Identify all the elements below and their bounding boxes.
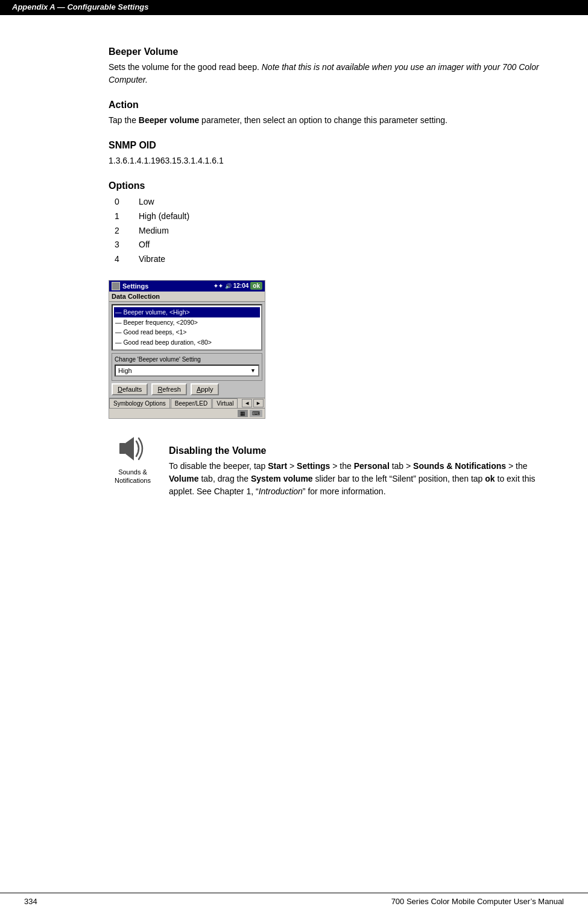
select-value: High — [118, 367, 132, 374]
tab-nav: ◄ ► — [242, 399, 264, 407]
action-prefix: Tap the — [109, 115, 139, 125]
screenshot-ok-btn[interactable]: ok — [250, 282, 262, 290]
screenshot: Settings ✦✦ 🔊 12:04 ok Data Collection —… — [109, 280, 265, 419]
change-setting-label: Change 'Beeper volume' Setting — [115, 356, 259, 363]
action-heading: Action — [109, 100, 552, 110]
screenshot-listarea: — Beeper volume, <High> — Beeper frequen… — [112, 304, 262, 351]
screenshot-title: Settings — [122, 282, 148, 290]
change-setting-group: Change 'Beeper volume' Setting High ▼ — [112, 353, 262, 381]
options-list: 0Low 1High (default) 2Medium 3Off 4Vibra… — [115, 195, 552, 267]
bold-sounds: Sounds & Notifications — [413, 461, 506, 471]
titlebar-left: Settings — [112, 282, 148, 290]
svg-marker-1 — [125, 437, 134, 461]
screenshot-taskbar: ▦ ⌨ — [109, 408, 265, 418]
titlebar-signal: ✦✦ — [213, 283, 223, 289]
refresh-label: Refresh — [157, 386, 181, 393]
option-2: 2Medium — [115, 224, 552, 238]
screenshot-buttons: Defaults Refresh Apply — [112, 383, 262, 395]
option-0-label: Low — [139, 195, 154, 209]
main-content: Beeper Volume Sets the volume for the go… — [0, 15, 588, 526]
tab-nav-left[interactable]: ◄ — [242, 399, 252, 407]
list-item-3[interactable]: — Good read beep duration, <80> — [114, 337, 260, 348]
body-text-1: Sets the volume for the good read beep. — [109, 62, 262, 72]
taskbar-keyboard-icon[interactable]: ⌨ — [250, 410, 262, 417]
option-3-num: 3 — [115, 238, 139, 252]
options-heading: Options — [109, 180, 552, 191]
screenshot-select[interactable]: High ▼ — [115, 365, 259, 377]
refresh-button[interactable]: Refresh — [151, 383, 187, 395]
svg-rect-0 — [119, 443, 125, 454]
option-1-label: High (default) — [139, 209, 189, 224]
titlebar-time: 12:04 — [233, 282, 249, 289]
screenshot-tabs: Symbology Options Beeper/LED Virtual ◄ ► — [109, 398, 265, 408]
option-4: 4Vibrate — [115, 252, 552, 267]
action-bold: Beeper volume — [139, 115, 199, 125]
disabling-text: Disabling the Volume To disable the beep… — [169, 432, 552, 502]
sounds-notifications-icon-container: Sounds &Notifications — [109, 432, 157, 485]
tab-symbology-options[interactable]: Symbology Options — [109, 398, 170, 408]
option-4-label: Vibrate — [139, 252, 165, 267]
defaults-button[interactable]: Defaults — [112, 383, 148, 395]
disabling-heading: Disabling the Volume — [169, 445, 552, 456]
disabling-body: To disable the beeper, tap Start > Setti… — [169, 460, 552, 498]
disabling-section: Sounds &Notifications Disabling the Volu… — [109, 432, 552, 502]
action-suffix: parameter, then select an option to chan… — [199, 115, 447, 125]
apply-label: Apply — [197, 386, 213, 393]
screenshot-titlebar: Settings ✦✦ 🔊 12:04 ok — [109, 281, 265, 292]
bold-settings: Settings — [297, 461, 330, 471]
settings-icon — [112, 282, 120, 290]
taskbar-start-icon[interactable]: ▦ — [238, 410, 248, 417]
list-item-0[interactable]: — Beeper volume, <High> — [114, 307, 260, 317]
action-body: Tap the Beeper volume parameter, then se… — [109, 114, 552, 127]
italic-introduction: Introduction — [259, 486, 303, 496]
titlebar-controls: ✦✦ 🔊 12:04 ok — [213, 282, 262, 290]
option-1: 1High (default) — [115, 209, 552, 224]
footer: 334 700 Series Color Mobile Computer Use… — [0, 893, 588, 906]
option-2-num: 2 — [115, 224, 139, 238]
option-3-label: Off — [139, 238, 150, 252]
snmp-value: 1.3.6.1.4.1.1963.15.3.1.4.1.6.1 — [109, 155, 552, 167]
screenshot-menubar: Data Collection — [109, 292, 265, 302]
titlebar-volume-icon: 🔊 — [225, 283, 232, 289]
option-0-num: 0 — [115, 195, 139, 209]
list-item-2[interactable]: — Good read beeps, <1> — [114, 327, 260, 337]
bold-ok: ok — [485, 474, 495, 483]
bold-start: Start — [268, 461, 287, 471]
bold-personal: Personal — [354, 461, 390, 471]
select-arrow-icon[interactable]: ▼ — [250, 368, 256, 374]
bold-volume: Volume — [169, 474, 199, 483]
header-left: Appendix A — Configurable Settings — [12, 2, 149, 11]
footer-page-number: 334 — [24, 897, 37, 906]
snmp-heading: SNMP OID — [109, 140, 552, 151]
tab-nav-right[interactable]: ► — [253, 399, 264, 407]
defaults-label: Defaults — [118, 386, 142, 393]
footer-title: 700 Series Color Mobile Computer User’s … — [391, 897, 564, 906]
list-item-1[interactable]: — Beeper frequency, <2090> — [114, 317, 260, 328]
bold-system-volume: System volume — [251, 474, 313, 483]
option-4-num: 4 — [115, 252, 139, 267]
tab-virtual[interactable]: Virtual — [212, 398, 238, 408]
option-2-label: Medium — [139, 224, 169, 238]
sounds-icon-label: Sounds &Notifications — [109, 468, 157, 485]
option-0: 0Low — [115, 195, 552, 209]
option-3: 3Off — [115, 238, 552, 252]
tab-beeper-led[interactable]: Beeper/LED — [171, 398, 212, 408]
beeper-volume-body: Sets the volume for the good read beep. … — [109, 61, 552, 86]
beeper-volume-heading: Beeper Volume — [109, 46, 552, 57]
apply-button[interactable]: Apply — [191, 383, 220, 395]
option-1-num: 1 — [115, 209, 139, 224]
header-bar: Appendix A — Configurable Settings — [0, 0, 588, 14]
sounds-icon — [115, 432, 151, 465]
